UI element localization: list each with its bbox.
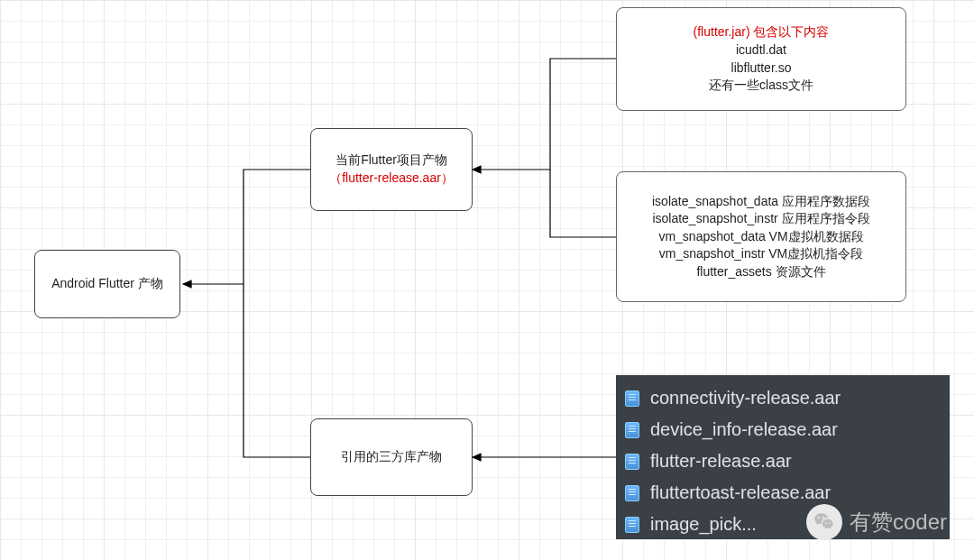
node-line2: isolate_snapshot_instr 应用程序指令段 — [652, 210, 869, 228]
node-flutter-jar-contents: (flutter.jar) 包含以下内容 icudtl.dat libflutt… — [616, 7, 906, 111]
node-line1: 当前Flutter项目产物 — [335, 151, 447, 170]
filename: device_info-release.aar — [650, 419, 838, 440]
node-line1: (flutter.jar) 包含以下内容 — [694, 23, 830, 41]
watermark-text: 有赞coder — [850, 508, 947, 537]
file-icon — [625, 422, 641, 438]
node-line5: flutter_assets 资源文件 — [696, 263, 825, 281]
node-line4: vm_snapshot_instr VM虚拟机指令段 — [659, 245, 863, 263]
wechat-icon — [806, 504, 842, 540]
node-line3: vm_snapshot_data VM虚拟机数据段 — [658, 228, 863, 246]
node-line2: icudtl.dat — [736, 41, 786, 60]
watermark: 有赞coder — [806, 504, 947, 540]
node-third-party-artifact: 引用的三方库产物 — [310, 418, 473, 496]
file-icon — [625, 485, 641, 501]
node-snapshot-contents: isolate_snapshot_data 应用程序数据段 isolate_sn… — [616, 171, 906, 302]
node-flutter-project-artifact: 当前Flutter项目产物 （flutter-release.aar） — [310, 128, 473, 211]
node-line1: isolate_snapshot_data 应用程序数据段 — [652, 193, 870, 211]
diagram-canvas: Android Flutter 产物 当前Flutter项目产物 （flutte… — [0, 0, 974, 560]
node-label: 引用的三方库产物 — [341, 448, 442, 466]
list-item: connectivity-release.aar — [625, 382, 941, 414]
file-icon — [625, 517, 641, 533]
node-line2: （flutter-release.aar） — [329, 170, 454, 188]
file-icon — [625, 390, 641, 407]
filename: connectivity-release.aar — [650, 388, 841, 409]
filename: image_pick... — [650, 514, 757, 535]
node-android-flutter-artifact: Android Flutter 产物 — [34, 250, 180, 318]
node-line4: 还有一些class文件 — [709, 77, 813, 95]
node-label: Android Flutter 产物 — [51, 275, 163, 293]
node-line3: libflutter.so — [731, 60, 792, 78]
list-item: device_info-release.aar — [625, 414, 941, 445]
list-item: flutter-release.aar — [625, 445, 941, 477]
file-icon — [625, 454, 641, 470]
filename: fluttertoast-release.aar — [650, 482, 831, 503]
filename: flutter-release.aar — [650, 451, 792, 472]
